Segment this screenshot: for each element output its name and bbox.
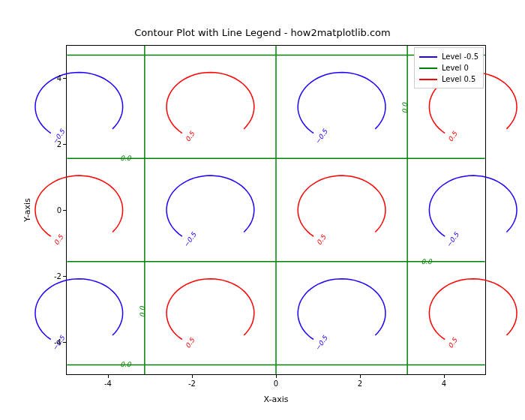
- svg-text:0.5: 0.5: [446, 129, 459, 142]
- legend-label: Level 0.5: [442, 75, 476, 83]
- contour-plot: 0.00.00.00.00.00.0−0.50.5−0.50.50.5−0.50…: [66, 45, 486, 375]
- legend-label: Level -0.5: [442, 52, 478, 61]
- svg-text:0.0: 0.0: [422, 258, 434, 266]
- legend-swatch: [419, 56, 437, 58]
- page-title: Contour Plot with Line Legend - how2matp…: [0, 27, 525, 38]
- legend-item: Level -0.5: [419, 51, 478, 62]
- x-axis-label: X-axis: [66, 394, 486, 404]
- x-tick: 0: [274, 380, 278, 388]
- legend-item: Level 0.5: [419, 74, 478, 85]
- svg-text:0.0: 0.0: [401, 102, 409, 114]
- legend-label: Level 0: [442, 64, 469, 72]
- y-tick: 2: [57, 140, 62, 148]
- y-tick: 4: [57, 74, 62, 82]
- x-tick: -4: [104, 380, 112, 388]
- y-tick: -4: [54, 338, 62, 346]
- svg-text:0.0: 0.0: [139, 305, 146, 317]
- svg-text:−0.5: −0.5: [182, 230, 198, 249]
- contour-svg: 0.00.00.00.00.00.0−0.50.5−0.50.50.5−0.50…: [67, 46, 485, 374]
- svg-text:−0.5: −0.5: [314, 334, 329, 352]
- y-axis-label: Y-axis: [22, 198, 32, 221]
- legend: Level -0.5 Level 0 Level 0.5: [414, 47, 484, 88]
- x-tick: -2: [188, 380, 196, 388]
- x-tick: 2: [358, 380, 362, 388]
- legend-swatch: [419, 79, 437, 80]
- svg-text:0.5: 0.5: [315, 232, 328, 246]
- y-tick: -2: [54, 272, 62, 280]
- svg-text:0.5: 0.5: [184, 336, 196, 350]
- legend-item: Level 0: [419, 62, 478, 74]
- svg-text:−0.5: −0.5: [445, 230, 460, 249]
- svg-text:0.5: 0.5: [52, 232, 65, 246]
- svg-text:0.5: 0.5: [184, 129, 196, 142]
- svg-text:0.5: 0.5: [446, 336, 459, 350]
- svg-text:0.0: 0.0: [120, 361, 132, 368]
- svg-text:0.0: 0.0: [120, 154, 132, 162]
- x-tick: 4: [442, 380, 446, 388]
- y-tick: 0: [57, 206, 62, 214]
- svg-text:−0.5: −0.5: [314, 127, 329, 146]
- legend-swatch: [419, 68, 437, 69]
